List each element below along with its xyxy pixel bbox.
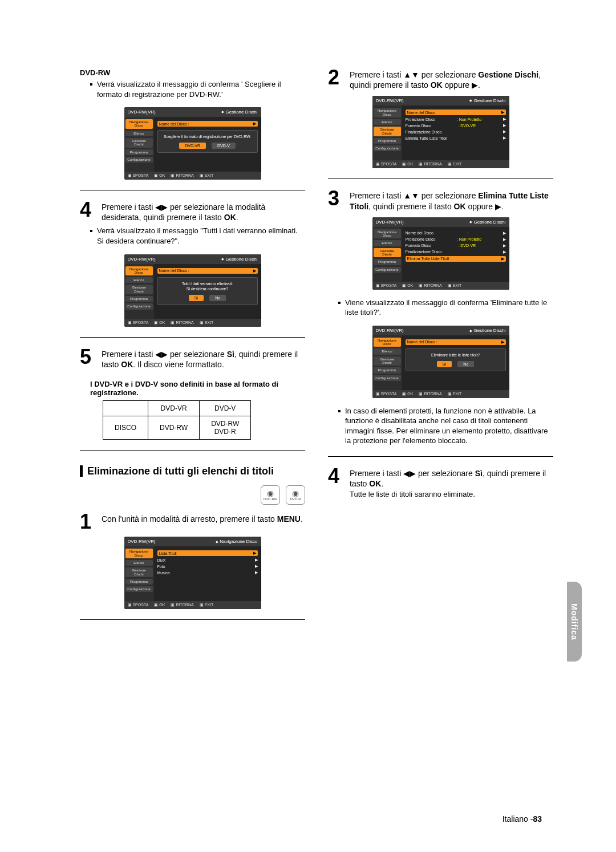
btn-si-liste[interactable]: Sì xyxy=(437,361,452,367)
screenshot-nav-disco: DVD-RW(VR) ◆ Navigazione Disco Navigazio… xyxy=(124,537,261,609)
dialog-choose-format: Scegliere il formato di registrazione pe… xyxy=(157,130,258,153)
screenshot-gestione-dischi: DVD-RW(VR) ◆ Gestione Dischi Navigazione… xyxy=(372,96,509,168)
btn-si[interactable]: Sì xyxy=(189,295,204,301)
left-column: DVD-RW Verrà visualizzato il messaggio d… xyxy=(80,68,305,630)
page-footer: Italiano -83 xyxy=(502,814,542,823)
disc-icon-dvd-rw: DVD-RW xyxy=(261,485,280,505)
side-tab-modifica: Modifica xyxy=(567,582,582,662)
step-4-right: 4 Premere i tasti ◀▶ per selezionare Sì,… xyxy=(328,467,553,500)
screenshot-confirm-elimina-liste: DVD-RW(VR) ◆ Gestione Dischi Navigazione… xyxy=(372,326,509,398)
btn-dvd-vr[interactable]: DVD-VR xyxy=(179,143,206,149)
step-2: 2 Premere i tasti ▲▼ per selezionare Ges… xyxy=(328,68,553,90)
step-1: 1 Con l'unità in modalità di arresto, pr… xyxy=(80,513,305,531)
btn-no[interactable]: No xyxy=(209,295,226,301)
right-column: 2 Premere i tasti ▲▼ per selezionare Ges… xyxy=(328,68,553,630)
screenshot-choose-format: DVD-RW(VR) ◆ Gestione Dischi Navigazione… xyxy=(124,107,261,180)
format-note: I DVD-VR e i DVD-V sono definiti in base… xyxy=(90,380,305,397)
disc-icon-dvd-r: DVD-R xyxy=(286,485,305,505)
dialog-confirm-elimina-liste: Eliminare tutte le liste titoli? Sì No xyxy=(406,348,506,371)
section-title-delete-all: Eliminazione di tutti gli elenchi di tit… xyxy=(80,465,305,477)
screenshot-confirm-delete: DVD-RW(VR) ◆ Gestione Dischi Navigazione… xyxy=(124,254,261,327)
step-4-left: 4 Premere i tasti ◀▶ per selezionare la … xyxy=(80,201,305,222)
btn-dvd-v[interactable]: DVD-V xyxy=(212,143,236,149)
screenshot-elimina-highlight: DVD-RW(VR) ◆ Gestione Dischi Navigazione… xyxy=(372,217,509,290)
dvd-rw-head: DVD-RW xyxy=(80,68,305,77)
btn-no-liste[interactable]: No xyxy=(457,361,474,367)
dialog-confirm-delete: Tutti i dati verranno eliminati. Si desi… xyxy=(157,277,258,305)
format-table: DVD-VR DVD-V DISCO DVD-RW DVD-RWDVD-R xyxy=(103,400,251,440)
bullet-format-msg: Verrà visualizzato il messaggio di confe… xyxy=(90,79,305,99)
step-5: 5 Premere i tasti ◀▶ per selezionare Sì,… xyxy=(80,348,305,370)
step-3: 3 Premere i tasti ▲▼ per selezionare Eli… xyxy=(328,189,553,211)
